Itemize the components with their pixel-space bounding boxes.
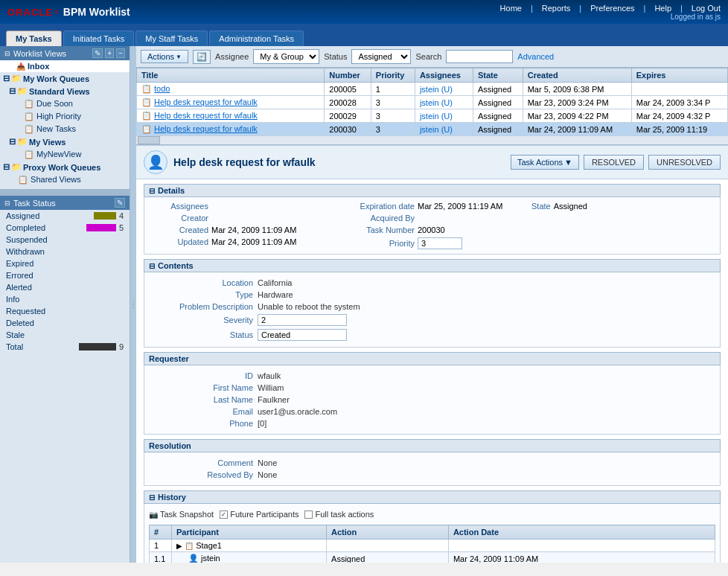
sidebar-proxy-work-queues[interactable]: ⊟ 📁 Proxy Work Queues <box>0 161 130 173</box>
comment-row: Comment None <box>149 457 715 469</box>
col-number[interactable]: Number <box>325 68 371 83</box>
acquired-by-label: Acquired By <box>340 214 415 223</box>
full-task-actions-tab[interactable]: Full task actions <box>304 510 374 519</box>
task-actions-button[interactable]: Task Actions ▼ <box>511 155 579 170</box>
sidebar-item-high-priority[interactable]: 📋 High Priority <box>0 110 130 123</box>
details-section-header[interactable]: ⊟ Details <box>144 184 721 197</box>
assignee-select[interactable]: My & Group <box>253 49 319 64</box>
future-participants-tab[interactable]: ✓ Future Participants <box>220 510 298 519</box>
inbox-label: Inbox <box>28 62 49 71</box>
contents-section-header[interactable]: ⊟ Contents <box>144 259 721 272</box>
col-assignees[interactable]: Assignees <box>415 68 473 83</box>
status-row-expired[interactable]: Expired <box>0 257 130 269</box>
req-firstname-label: First Name <box>149 383 253 392</box>
tab-initiated-tasks[interactable]: Initiated Tasks <box>63 31 135 46</box>
col-priority[interactable]: Priority <box>371 68 415 83</box>
sidebar-resizer[interactable] <box>130 46 136 563</box>
status-row-alerted[interactable]: Alerted <box>0 281 130 293</box>
status-row-completed[interactable]: Completed 5 <box>0 222 130 234</box>
worklist-views-header: ⊟ Worklist Views ✎ + − <box>0 46 130 60</box>
panel-resizer[interactable] <box>0 189 130 195</box>
actions-button[interactable]: Actions ▼ <box>141 50 188 63</box>
total-bar <box>79 343 116 351</box>
requester-section-body: ID wfaulk First Name William Last Name F… <box>144 365 721 435</box>
status-row-requested[interactable]: Requested <box>0 305 130 317</box>
tab-my-tasks[interactable]: My Tasks <box>6 31 62 46</box>
task-status-edit-icon[interactable]: ✎ <box>115 198 125 208</box>
reports-link[interactable]: Reports <box>542 4 571 13</box>
table-row[interactable]: 📋 todo 200005 1 jstein (U) Assigned Mar … <box>137 83 728 96</box>
resolution-section-header[interactable]: Resolution <box>144 439 721 452</box>
resolution-section: Resolution Comment None Resolved By None <box>144 439 721 486</box>
req-email-row: Email user1@us.oracle.com <box>149 406 715 417</box>
tab-administration-tasks[interactable]: Administration Tasks <box>209 31 304 46</box>
status-row-errored[interactable]: Errored <box>0 269 130 281</box>
edit-icon[interactable]: ✎ <box>92 48 103 58</box>
expand-icon3: ⊟ <box>9 137 16 147</box>
sidebar-my-work-queues[interactable]: ⊟ 📁 My Work Queues <box>0 72 130 85</box>
status-input[interactable] <box>258 329 347 341</box>
status-row-info[interactable]: Info <box>0 293 130 305</box>
location-label: Location <box>149 278 253 287</box>
home-link[interactable]: Home <box>500 4 522 13</box>
severity-input[interactable] <box>258 314 347 326</box>
status-row-suspended[interactable]: Suspended <box>0 234 130 246</box>
status-row-deleted[interactable]: Deleted <box>0 317 130 329</box>
logout-link[interactable]: Log Out <box>692 4 721 13</box>
status-label: Status <box>324 52 347 61</box>
status-row-stale[interactable]: Stale <box>0 329 130 341</box>
search-input[interactable] <box>446 50 513 63</box>
folder-icon2: 📁 <box>17 86 28 96</box>
sidebar-my-views[interactable]: ⊟ 📁 My Views <box>0 135 130 148</box>
resolved-by-label: Resolved By <box>149 470 253 479</box>
my-views-label: My Views <box>29 138 66 147</box>
table-row[interactable]: 📋 Help desk request for wfaulk 200028 3 … <box>137 96 728 109</box>
sidebar-item-inbox[interactable]: 📥 Inbox <box>0 60 130 72</box>
task-status-collapse-icon[interactable]: ⊟ <box>4 199 10 207</box>
sidebar-standard-views[interactable]: ⊟ 📁 Standard Views <box>0 85 130 97</box>
col-created[interactable]: Created <box>523 68 631 83</box>
resolved-button[interactable]: RESOLVED <box>584 155 644 170</box>
col-expires[interactable]: Expires <box>631 68 727 83</box>
add-icon[interactable]: + <box>105 48 114 58</box>
status-row-assigned[interactable]: Assigned 4 <box>0 210 130 222</box>
hist-col-action: Action <box>327 525 449 540</box>
table-row[interactable]: 📋 Help desk request for wfaulk 200029 3 … <box>137 109 728 123</box>
priority-input[interactable] <box>418 237 462 249</box>
contents-status-label: Status <box>149 330 253 339</box>
collapse-icon[interactable]: ⊟ <box>4 50 10 57</box>
detail-panel: 👤 Help desk request for wfaulk Task Acti… <box>136 145 728 563</box>
sidebar-item-my-new-view[interactable]: 📋 MyNewView <box>0 148 130 161</box>
comment-label: Comment <box>149 458 253 467</box>
hist-col-num: # <box>150 525 172 540</box>
refresh-icon[interactable]: 🔄 <box>193 50 211 64</box>
table-row[interactable]: 📋 Help desk request for wfaulk 200030 3 … <box>137 123 728 136</box>
help-link[interactable]: Help <box>654 4 671 13</box>
preferences-link[interactable]: Preferences <box>590 4 634 13</box>
col-title[interactable]: Title <box>137 68 325 83</box>
tab-my-staff-tasks[interactable]: My Staff Tasks <box>135 31 208 46</box>
sidebar-action-icons: ✎ + − <box>92 48 125 58</box>
status-row-total[interactable]: Total 9 <box>0 341 130 353</box>
task-status-title: Task Status <box>13 199 56 208</box>
future-participants-checkbox[interactable]: ✓ <box>220 511 228 519</box>
req-firstname-value: William <box>258 383 284 392</box>
unresolved-button[interactable]: UNRESOLVED <box>648 155 721 170</box>
sidebar-item-due-soon[interactable]: 📋 Due Soon <box>0 97 130 110</box>
expand-icon2: ⊟ <box>9 86 16 96</box>
full-task-actions-checkbox[interactable] <box>304 511 313 519</box>
advanced-link[interactable]: Advanced <box>517 52 554 61</box>
horizontal-scrollbar[interactable] <box>136 136 728 145</box>
task-snapshot-tab[interactable]: 📷 Task Snapshot <box>149 510 214 519</box>
sidebar-item-shared-views[interactable]: 📋 Shared Views <box>0 173 130 186</box>
history-section-header[interactable]: ⊟ History <box>144 490 721 504</box>
remove-icon[interactable]: − <box>116 48 125 58</box>
req-id-value: wfaulk <box>258 371 281 380</box>
requester-section-header[interactable]: Requester <box>144 352 721 365</box>
req-id-label: ID <box>149 371 253 380</box>
col-state[interactable]: State <box>473 68 523 83</box>
detail-title: Help desk request for wfaulk <box>173 156 316 168</box>
sidebar-item-new-tasks[interactable]: 📋 New Tasks <box>0 123 130 135</box>
status-select[interactable]: Assigned <box>351 49 411 64</box>
status-row-withdrawn[interactable]: Withdrawn <box>0 246 130 257</box>
